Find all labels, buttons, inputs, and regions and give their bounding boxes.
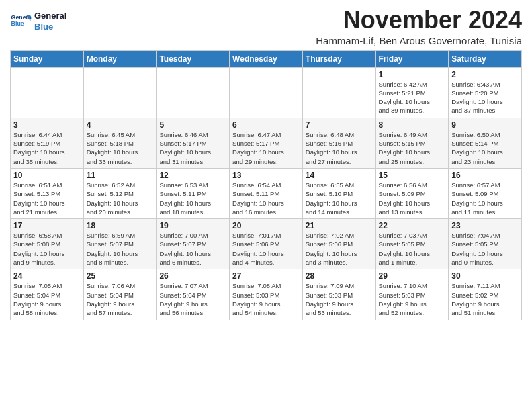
calendar-cell: 24Sunrise: 7:05 AM Sunset: 5:04 PM Dayli… [11,269,84,320]
day-number: 12 [159,171,226,180]
day-info: Sunrise: 6:58 AM Sunset: 5:08 PM Dayligh… [13,231,81,267]
day-info: Sunrise: 6:54 AM Sunset: 5:11 PM Dayligh… [232,181,300,216]
day-info: Sunrise: 6:49 AM Sunset: 5:15 PM Dayligh… [379,130,446,166]
day-info: Sunrise: 7:06 AM Sunset: 5:04 PM Dayligh… [87,281,154,317]
calendar-cell: 25Sunrise: 7:06 AM Sunset: 5:04 PM Dayli… [83,269,157,320]
calendar-cell [157,67,230,118]
day-number: 28 [306,271,373,281]
header-tuesday: Tuesday [157,50,230,67]
day-number: 11 [87,171,154,180]
header-monday: Monday [83,50,157,67]
calendar-cell: 1Sunrise: 6:42 AM Sunset: 5:21 PM Daylig… [375,67,449,118]
day-number: 5 [159,120,226,130]
calendar-cell: 28Sunrise: 7:09 AM Sunset: 5:03 PM Dayli… [302,269,375,320]
day-number: 26 [159,271,226,281]
header-wednesday: Wednesday [230,50,303,67]
calendar-cell: 13Sunrise: 6:54 AM Sunset: 5:11 PM Dayli… [230,168,303,218]
logo-icon: General Blue [10,11,32,32]
calendar-cell: 10Sunrise: 6:51 AM Sunset: 5:13 PM Dayli… [11,168,84,218]
day-number: 16 [451,171,519,180]
calendar-cell: 30Sunrise: 7:11 AM Sunset: 5:02 PM Dayli… [449,269,522,320]
day-info: Sunrise: 6:47 AM Sunset: 5:17 PM Dayligh… [232,130,300,166]
day-number: 18 [87,221,154,230]
day-number: 30 [451,271,519,281]
day-info: Sunrise: 6:50 AM Sunset: 5:14 PM Dayligh… [451,130,519,166]
subtitle: Hammam-Lif, Ben Arous Governorate, Tunis… [316,35,522,46]
calendar-cell: 29Sunrise: 7:10 AM Sunset: 5:03 PM Dayli… [375,269,449,320]
calendar-cell: 22Sunrise: 7:03 AM Sunset: 5:05 PM Dayli… [375,219,449,269]
calendar-body: 1Sunrise: 6:42 AM Sunset: 5:21 PM Daylig… [11,67,522,320]
week-row-5: 24Sunrise: 7:05 AM Sunset: 5:04 PM Dayli… [11,269,522,320]
calendar-cell: 6Sunrise: 6:47 AM Sunset: 5:17 PM Daylig… [230,118,303,168]
logo-text-line2: Blue [34,21,66,32]
calendar-cell: 21Sunrise: 7:02 AM Sunset: 5:06 PM Dayli… [302,219,375,269]
day-info: Sunrise: 6:57 AM Sunset: 5:09 PM Dayligh… [451,181,519,216]
calendar-cell: 23Sunrise: 7:04 AM Sunset: 5:05 PM Dayli… [449,219,522,269]
calendar-cell: 9Sunrise: 6:50 AM Sunset: 5:14 PM Daylig… [449,118,522,168]
day-number: 25 [87,271,154,281]
day-number: 19 [159,221,226,230]
calendar-cell: 4Sunrise: 6:45 AM Sunset: 5:18 PM Daylig… [83,118,157,168]
calendar-cell: 20Sunrise: 7:01 AM Sunset: 5:06 PM Dayli… [230,219,303,269]
day-number: 7 [306,120,373,130]
day-number: 2 [451,70,519,79]
calendar-cell [11,67,84,118]
day-info: Sunrise: 6:43 AM Sunset: 5:20 PM Dayligh… [451,80,519,116]
calendar-cell: 14Sunrise: 6:55 AM Sunset: 5:10 PM Dayli… [302,168,375,218]
day-number: 13 [232,171,300,180]
calendar-cell: 3Sunrise: 6:44 AM Sunset: 5:19 PM Daylig… [11,118,84,168]
logo: General Blue General Blue [10,11,66,32]
day-info: Sunrise: 6:44 AM Sunset: 5:19 PM Dayligh… [13,130,81,166]
calendar-cell [230,67,303,118]
day-info: Sunrise: 7:10 AM Sunset: 5:03 PM Dayligh… [379,281,446,317]
day-number: 14 [306,171,373,180]
page-header: General Blue General Blue November 2024 … [10,7,522,46]
week-row-3: 10Sunrise: 6:51 AM Sunset: 5:13 PM Dayli… [11,168,522,218]
svg-text:Blue: Blue [11,20,24,27]
calendar-header-row: SundayMondayTuesdayWednesdayThursdayFrid… [11,50,522,67]
calendar-cell: 27Sunrise: 7:08 AM Sunset: 5:03 PM Dayli… [230,269,303,320]
calendar-cell: 11Sunrise: 6:52 AM Sunset: 5:12 PM Dayli… [83,168,157,218]
calendar-cell: 18Sunrise: 6:59 AM Sunset: 5:07 PM Dayli… [83,219,157,269]
header-sunday: Sunday [11,50,84,67]
calendar-cell: 19Sunrise: 7:00 AM Sunset: 5:07 PM Dayli… [157,219,230,269]
week-row-2: 3Sunrise: 6:44 AM Sunset: 5:19 PM Daylig… [11,118,522,168]
day-number: 15 [379,171,446,180]
day-info: Sunrise: 6:48 AM Sunset: 5:16 PM Dayligh… [306,130,373,166]
day-number: 1 [379,70,446,79]
day-number: 23 [451,221,519,230]
calendar-cell: 8Sunrise: 6:49 AM Sunset: 5:15 PM Daylig… [375,118,449,168]
header-saturday: Saturday [449,50,522,67]
day-number: 24 [13,271,81,281]
header-friday: Friday [375,50,449,67]
week-row-1: 1Sunrise: 6:42 AM Sunset: 5:21 PM Daylig… [11,67,522,118]
day-number: 29 [379,271,446,281]
day-number: 6 [232,120,300,130]
day-number: 22 [379,221,446,230]
day-info: Sunrise: 7:05 AM Sunset: 5:04 PM Dayligh… [13,281,81,317]
calendar-cell [83,67,157,118]
calendar-cell: 15Sunrise: 6:56 AM Sunset: 5:09 PM Dayli… [375,168,449,218]
day-number: 8 [379,120,446,130]
day-info: Sunrise: 7:01 AM Sunset: 5:06 PM Dayligh… [232,231,300,267]
day-info: Sunrise: 6:52 AM Sunset: 5:12 PM Dayligh… [87,181,154,216]
day-number: 3 [13,120,81,130]
day-info: Sunrise: 7:08 AM Sunset: 5:03 PM Dayligh… [232,281,300,317]
day-number: 20 [232,221,300,230]
day-info: Sunrise: 7:09 AM Sunset: 5:03 PM Dayligh… [306,281,373,317]
week-row-4: 17Sunrise: 6:58 AM Sunset: 5:08 PM Dayli… [11,219,522,269]
logo-text-line1: General [34,11,66,21]
day-info: Sunrise: 7:07 AM Sunset: 5:04 PM Dayligh… [159,281,226,317]
calendar-cell: 12Sunrise: 6:53 AM Sunset: 5:11 PM Dayli… [157,168,230,218]
day-info: Sunrise: 7:04 AM Sunset: 5:05 PM Dayligh… [451,231,519,267]
day-number: 17 [13,221,81,230]
calendar-cell: 16Sunrise: 6:57 AM Sunset: 5:09 PM Dayli… [449,168,522,218]
month-title: November 2024 [316,7,522,34]
calendar-cell: 17Sunrise: 6:58 AM Sunset: 5:08 PM Dayli… [11,219,84,269]
calendar-cell: 5Sunrise: 6:46 AM Sunset: 5:17 PM Daylig… [157,118,230,168]
day-info: Sunrise: 6:46 AM Sunset: 5:17 PM Dayligh… [159,130,226,166]
day-info: Sunrise: 6:51 AM Sunset: 5:13 PM Dayligh… [13,181,81,216]
calendar-cell: 7Sunrise: 6:48 AM Sunset: 5:16 PM Daylig… [302,118,375,168]
day-info: Sunrise: 6:56 AM Sunset: 5:09 PM Dayligh… [379,181,446,216]
calendar-table: SundayMondayTuesdayWednesdayThursdayFrid… [10,50,522,320]
